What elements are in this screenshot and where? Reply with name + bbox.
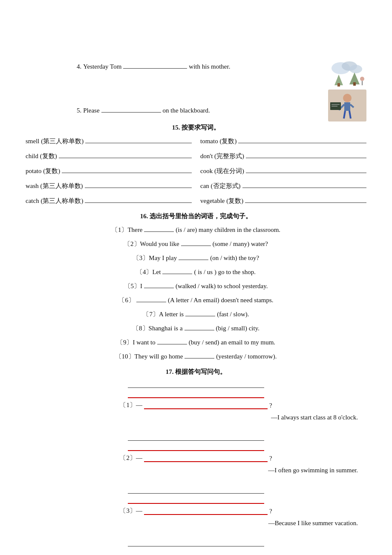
choice-bracket-3: 〔3〕May I play [133,251,177,265]
sentence-4-number: 4. [77,60,81,74]
word-form-label-potato: potato (复数) [26,164,60,178]
choice-suffix-1: (is / are) many children in the classroo… [176,223,280,237]
choice-blank-10 [184,350,214,359]
q1-line-2 [128,389,264,398]
word-form-row-1: smell (第三人称单数) [26,134,192,148]
q4-line-1 [128,537,264,546]
q1-mark: ? [269,402,272,409]
svg-point-10 [343,94,352,102]
choice-bracket-1: 〔1〕There [112,223,142,237]
word-form-blank-vegetable [245,195,366,203]
decorative-image-2 [328,90,366,121]
q-item-4: 〔4〕— ? —Tree Planting Day is in March. [26,537,366,555]
choice-bracket-7: 〔7〕A letter is [143,307,184,321]
sentence-4-suffix: with his mother. [189,60,230,74]
word-form-row-7: wash (第三人称单数) [26,179,192,193]
word-form-row-10: vegetable (复数) [200,194,366,208]
word-form-label-catch: catch (第三人称单数) [26,194,83,208]
q1-answer-lines [26,379,366,398]
q2-answer-text: —I often go swimming in summer. [268,467,358,474]
q3-answer-text: —Because I like summer vacation. [268,520,358,526]
section-15-title: 15. 按要求写词。 [26,124,366,132]
sentence-5-prefix: Please [83,104,99,118]
decorative-image-1 [328,60,366,87]
q-item-1: 〔1〕— ? —I always start class at 8 o'cloc… [26,379,366,424]
word-form-blank-tomato [238,135,366,144]
q1-line-1 [128,379,264,388]
section-15: 15. 按要求写词。 smell (第三人称单数) tomato (复数) ch… [26,124,366,208]
sentence-5: 5. Please on the blackboard. [26,104,366,118]
section-16-title: 16. 选出括号里恰当的词语，完成句子。 [26,212,366,220]
choice-suffix-9: (buy / send) an email to my mum. [189,335,275,350]
choice-blank-1 [144,224,174,232]
section-17: 17. 根据答句写问句。 〔1〕— ? —I always start clas… [26,368,366,555]
choice-item-10: 〔10〕They will go home (yesterday / tomor… [26,350,366,364]
q-item-3: 〔3〕— ? —Because I like summer vacation. [26,484,366,529]
q1-bracket: 〔1〕— [120,401,142,409]
choice-item-1: 〔1〕There (is / are) many children in the… [26,223,366,237]
section-17-title: 17. 根据答句写问句。 [26,368,366,376]
section-16: 16. 选出括号里恰当的词语，完成句子。 〔1〕There (is / are)… [26,212,366,364]
q2-answer-lines [26,431,366,451]
q1-blank [144,400,268,409]
word-form-row-9: catch (第三人称单数) [26,194,192,208]
word-form-row-5: potato (复数) [26,164,192,178]
choice-suffix-5: (walked / walk) to school yesterday. [176,279,268,293]
sentence-5-blank [101,104,161,113]
choice-blank-9 [157,336,187,345]
q4-line-2 [128,547,264,555]
sentence-4-prefix: Yesterday Tom [83,60,121,74]
choice-blank-4 [162,266,192,275]
choice-item-4: 〔4〕Let ( is / us ) go to the shop. [26,265,366,279]
word-form-row-4: don't (完整形式) [200,149,366,163]
word-forms-grid: smell (第三人称单数) tomato (复数) child (复数) do… [26,134,366,208]
word-form-blank-child [59,150,192,159]
choice-bracket-5: 〔5〕I [124,279,143,293]
sentence-4-blank [123,61,187,69]
q3-blank [144,506,268,515]
choice-item-7: 〔7〕A letter is (fast / slow). [26,307,366,321]
word-form-label-can: can (否定形式) [200,179,241,193]
choice-bracket-8: 〔8〕Shanghai is a [133,321,183,335]
choice-bracket-9: 〔9〕I want to [117,335,156,350]
word-form-label-wash: wash (第三人称单数) [26,179,83,193]
choice-suffix-4: ( is / us ) go to the shop. [194,265,256,279]
sentence-5-suffix: on the blackboard. [163,104,210,118]
q3-mark: ? [269,508,272,515]
svg-rect-11 [344,102,350,111]
choice-item-6: 〔6〕 (A letter / An email) doesn't need s… [26,293,366,307]
choice-suffix-6: (A letter / An email) doesn't need stamp… [168,293,274,307]
choice-suffix-2: (some / many) water? [213,237,268,251]
svg-rect-6 [353,82,356,86]
choice-bracket-10: 〔10〕They will go home [115,350,183,364]
choice-bracket-4: 〔4〕Let [136,265,161,279]
choice-blank-5 [144,280,174,289]
choice-item-3: 〔3〕May I play (on / with) the toy? [26,251,366,265]
word-form-label-smell: smell (第三人称单数) [26,134,84,148]
q2-answer: —I often go swimming in summer. [26,464,366,477]
q2-bracket: 〔2〕— [120,454,142,462]
choice-suffix-8: (big / small) city. [216,321,259,335]
q3-answer-lines [26,484,366,504]
choice-blank-3 [179,252,208,260]
choices-list: 〔1〕There (is / are) many children in the… [26,223,366,364]
q2-question-row: 〔2〕— ? [26,453,366,462]
word-form-blank-potato [62,165,192,173]
q-item-2: 〔2〕— ? —I often go swimming in summer. [26,431,366,477]
q4-answer-lines [26,537,366,555]
q3-bracket: 〔3〕— [120,507,142,515]
q3-line-2 [128,494,264,504]
q3-question-row: 〔3〕— ? [26,506,366,515]
q2-mark: ? [269,455,272,462]
word-form-row-6: cook (现在分词) [200,164,366,178]
choice-item-9: 〔9〕I want to (buy / send) an email to my… [26,335,366,350]
svg-point-2 [349,65,362,73]
word-form-row-2: tomato (复数) [200,134,366,148]
word-form-blank-catch [85,195,192,203]
q2-line-2 [128,442,264,451]
q2-line-1 [128,431,264,441]
word-form-blank-dont [246,150,366,159]
q1-question-row: 〔1〕— ? [26,400,366,409]
word-form-row-3: child (复数) [26,149,192,163]
word-form-blank-can [242,180,366,188]
